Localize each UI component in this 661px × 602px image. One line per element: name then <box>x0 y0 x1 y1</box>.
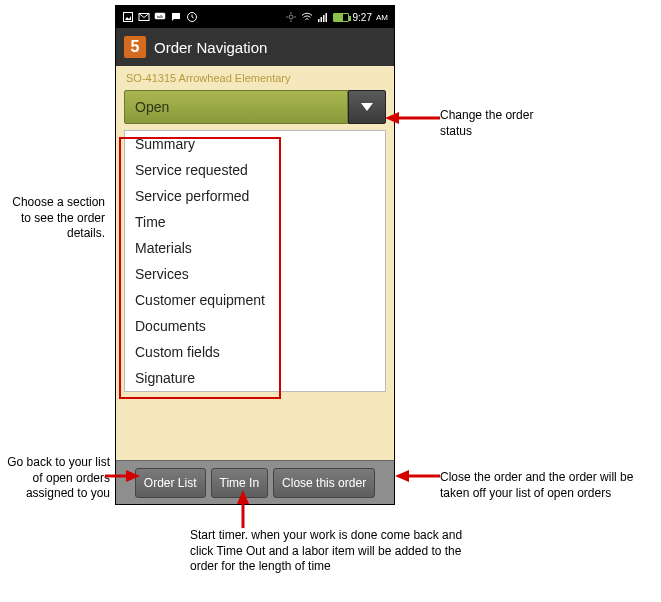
gps-icon <box>285 11 297 23</box>
arrow-change-status <box>385 108 440 128</box>
svg-rect-14 <box>325 13 327 22</box>
signal-icon <box>317 11 329 23</box>
android-status-bar: talk 9:27 AM <box>116 6 394 28</box>
chevron-down-icon <box>361 103 373 111</box>
order-list-button[interactable]: Order List <box>135 468 206 498</box>
section-services[interactable]: Services <box>125 261 385 287</box>
clock-time: 9:27 <box>353 12 372 23</box>
status-row: Open <box>124 90 386 124</box>
section-signature[interactable]: Signature <box>125 365 385 391</box>
svg-rect-12 <box>320 17 322 22</box>
status-right-icons: 9:27 AM <box>285 11 388 23</box>
app-header: 5 Order Navigation <box>116 28 394 66</box>
talk-icon: talk <box>154 11 166 23</box>
svg-marker-18 <box>126 470 140 482</box>
section-service-performed[interactable]: Service performed <box>125 183 385 209</box>
annotation-start-timer: Start timer. when your work is done come… <box>190 528 480 575</box>
status-left-icons: talk <box>122 11 198 23</box>
svg-rect-0 <box>124 13 133 22</box>
annotation-change-status: Change the order status <box>440 108 540 139</box>
status-dropdown-button[interactable] <box>348 90 386 124</box>
order-reference: SO-41315 Arrowhead Elementary <box>116 66 394 88</box>
message-icon <box>170 11 182 23</box>
section-list: Summary Service requested Service perfor… <box>124 130 386 392</box>
svg-text:talk: talk <box>157 14 163 19</box>
wifi-icon <box>301 11 313 23</box>
arrow-go-back <box>105 466 140 486</box>
svg-marker-22 <box>237 490 249 504</box>
svg-marker-1 <box>125 16 131 20</box>
arrow-start-timer <box>233 490 253 528</box>
phone-frame: talk 9:27 AM 5 Order Navigation SO-41315… <box>115 5 395 505</box>
section-time[interactable]: Time <box>125 209 385 235</box>
close-order-button[interactable]: Close this order <box>273 468 375 498</box>
battery-icon <box>333 13 349 22</box>
clock-ampm: AM <box>376 13 388 22</box>
svg-rect-11 <box>318 19 320 22</box>
arrow-close-order <box>395 466 440 486</box>
section-summary[interactable]: Summary <box>125 131 385 157</box>
app-logo: 5 <box>124 36 146 58</box>
section-service-requested[interactable]: Service requested <box>125 157 385 183</box>
bottom-toolbar: Order List Time In Close this order <box>116 460 394 504</box>
clock-icon <box>186 11 198 23</box>
annotation-close-order: Close the order and the order will be ta… <box>440 470 655 501</box>
picture-icon <box>122 11 134 23</box>
section-custom-fields[interactable]: Custom fields <box>125 339 385 365</box>
section-documents[interactable]: Documents <box>125 313 385 339</box>
section-materials[interactable]: Materials <box>125 235 385 261</box>
svg-point-6 <box>289 15 293 19</box>
annotation-go-back: Go back to your list of open orders assi… <box>0 455 110 502</box>
annotation-choose-section: Choose a section to see the order detail… <box>10 195 105 242</box>
svg-marker-16 <box>385 112 399 124</box>
section-customer-equipment[interactable]: Customer equipment <box>125 287 385 313</box>
status-select[interactable]: Open <box>124 90 348 124</box>
mail-icon <box>138 11 150 23</box>
status-value: Open <box>135 99 169 115</box>
svg-marker-20 <box>395 470 409 482</box>
svg-rect-13 <box>323 15 325 22</box>
page-title: Order Navigation <box>154 39 267 56</box>
